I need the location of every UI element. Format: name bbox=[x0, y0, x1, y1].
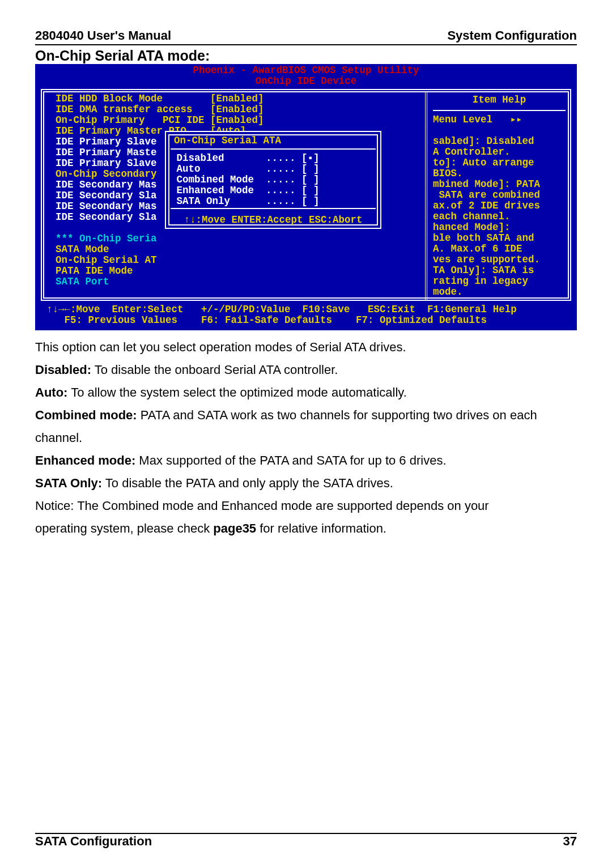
sataonly-label: SATA Only: bbox=[35, 476, 102, 490]
menu-level: Menu Level ▸▸ bbox=[433, 114, 566, 125]
bios-footer: ↑↓→←:Move Enter:Select +/-/PU/PD:Value F… bbox=[35, 304, 577, 327]
bios-setting-row[interactable]: IDE HDD Block Mode [Enabled] bbox=[56, 93, 422, 104]
bios-setting-row[interactable]: On-Chip Primary PCI IDE [Enabled] bbox=[56, 115, 422, 126]
item-help-title: Item Help bbox=[433, 93, 566, 109]
notice-line-2b: for relative information. bbox=[256, 521, 386, 535]
sataonly-desc: To disable the PATA and only apply the S… bbox=[102, 476, 393, 490]
help-line: mode. bbox=[433, 287, 566, 297]
bios-setting-row[interactable]: *** On-Chip Seria bbox=[56, 233, 422, 244]
help-line: SATA are combined bbox=[433, 190, 566, 201]
help-line: ax.of 2 IDE drives bbox=[433, 201, 566, 211]
popup-title: On-Chip Serial ATA bbox=[171, 134, 376, 147]
bios-footer-line1: ↑↓→←:Move Enter:Select +/-/PU/PD:Value F… bbox=[46, 304, 566, 315]
bios-setting-row[interactable]: SATA Mode bbox=[56, 244, 422, 255]
popup-option[interactable]: Disabled ..... [▪] bbox=[171, 153, 376, 164]
popup-footer: ↑↓:Move ENTER:Accept ESC:Abort bbox=[171, 212, 376, 225]
body-text: This option can let you select operation… bbox=[35, 336, 577, 540]
bios-footer-line2: F5: Previous Values F6: Fail-Safe Defaul… bbox=[46, 315, 566, 326]
help-line: to]: Auto arrange bbox=[433, 158, 566, 168]
bios-setting-row[interactable]: On-Chip Serial AT bbox=[56, 255, 422, 266]
bios-help-panel: Item Help Menu Level ▸▸ sabled]: Disable… bbox=[425, 91, 569, 300]
help-line: sabled]: Disabled bbox=[433, 136, 566, 147]
popup-option[interactable]: SATA Only ..... [ ] bbox=[171, 196, 376, 207]
bios-title: Phoenix - AwardBIOS CMOS Setup Utility bbox=[35, 65, 577, 76]
section-title: On-Chip Serial ATA mode: bbox=[35, 48, 577, 64]
help-line: TA Only]: SATA is bbox=[433, 265, 566, 276]
popup-option[interactable]: Enhanced Mode ..... [ ] bbox=[171, 185, 376, 196]
header-rule bbox=[35, 44, 577, 45]
page-ref: page35 bbox=[213, 521, 256, 535]
enhanced-label: Enhanced mode: bbox=[35, 453, 135, 467]
auto-label: Auto: bbox=[35, 385, 67, 399]
help-line: hanced Mode]: bbox=[433, 222, 566, 233]
auto-desc: To allow the system select the optimized… bbox=[67, 385, 406, 399]
help-line: ble both SATA and bbox=[433, 233, 566, 244]
bios-setting-row[interactable]: SATA Port bbox=[56, 276, 422, 287]
disabled-desc: To disable the onboard Serial ATA contro… bbox=[91, 363, 338, 377]
footer-left: SATA Configuration bbox=[35, 834, 152, 849]
enhanced-desc: Max supported of the PATA and SATA for u… bbox=[135, 453, 446, 467]
intro-line: This option can let you select operation… bbox=[35, 336, 577, 359]
help-line: ves are supported. bbox=[433, 254, 566, 265]
header-left: 2804040 User's Manual bbox=[35, 28, 171, 43]
popup-option[interactable]: Combined Mode ..... [ ] bbox=[171, 175, 376, 185]
help-line: rating in legacy bbox=[433, 276, 566, 287]
footer-right: 37 bbox=[563, 834, 577, 849]
bios-subtitle: OnChip IDE Device bbox=[35, 76, 577, 87]
bios-setting-row[interactable]: PATA IDE Mode bbox=[56, 266, 422, 276]
help-line: A. Max.of 6 IDE bbox=[433, 244, 566, 254]
combined-desc: PATA and SATA work as two channels for s… bbox=[137, 408, 537, 422]
bios-setting-row[interactable]: IDE DMA transfer access [Enabled] bbox=[56, 104, 422, 115]
header-right: System Configuration bbox=[447, 28, 577, 43]
help-line: mbined Mode]: PATA bbox=[433, 179, 566, 190]
help-line: each channel. bbox=[433, 211, 566, 222]
bios-screen: Phoenix - AwardBIOS CMOS Setup Utility O… bbox=[35, 64, 577, 330]
notice-line-1: Notice: The Combined mode and Enhanced m… bbox=[35, 495, 577, 517]
popup-option[interactable]: Auto ..... [ ] bbox=[171, 164, 376, 175]
help-line: A Controller. bbox=[433, 147, 566, 158]
combined-desc-2: channel. bbox=[35, 427, 577, 449]
serial-ata-popup[interactable]: On-Chip Serial ATA Disabled ..... [▪] Au… bbox=[165, 131, 381, 229]
combined-label: Combined mode: bbox=[35, 408, 137, 422]
disabled-label: Disabled: bbox=[35, 363, 91, 377]
notice-line-2a: operating system, please check bbox=[35, 521, 213, 535]
help-line: BIOS. bbox=[433, 168, 566, 179]
